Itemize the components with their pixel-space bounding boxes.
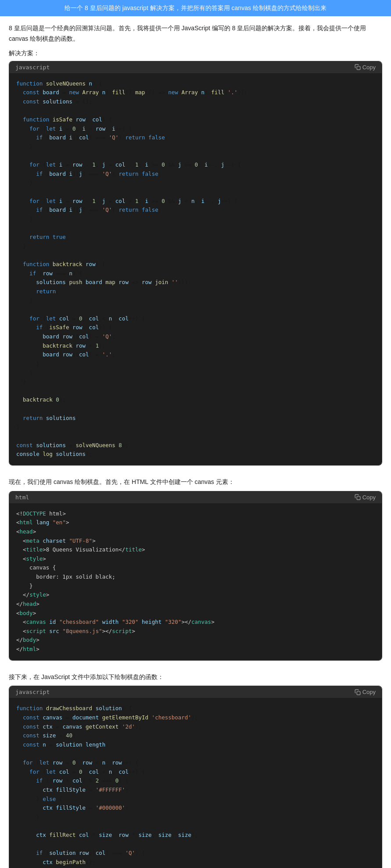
- svg-rect-1: [357, 496, 360, 500]
- code-lang-2: html: [15, 494, 29, 501]
- code-header-2: html Copy: [9, 491, 382, 503]
- code-body-1: function solveNQueens(n) { const board =…: [9, 73, 382, 465]
- solution-label: 解决方案：: [0, 48, 391, 61]
- code-header-3: javascript Copy: [9, 686, 382, 698]
- code-block-1: javascript Copy function solveNQueens(n)…: [9, 61, 382, 466]
- copy-icon-3: [355, 689, 361, 695]
- code-lang-3: javascript: [15, 689, 50, 695]
- svg-rect-0: [357, 66, 360, 70]
- code-block-3: javascript Copy function drawChessboard(…: [9, 686, 382, 868]
- code-header-1: javascript Copy: [9, 61, 382, 73]
- inter-text-1: 现在，我们使用 canvas 绘制棋盘。首先，在 HTML 文件中创建一个 ca…: [0, 473, 391, 491]
- prompt-bar: 给一个 8 皇后问题的 javascript 解决方案，并把所有的答案用 can…: [0, 0, 391, 16]
- copy-button-3[interactable]: Copy: [355, 689, 376, 695]
- intro-text: 8 皇后问题是一个经典的回溯算法问题。首先，我将提供一个用 JavaScript…: [0, 16, 391, 48]
- code-body-3: function drawChessboard(solution) { cons…: [9, 698, 382, 868]
- code-block-2: html Copy <!DOCTYPE html> <html lang="en…: [9, 491, 382, 661]
- svg-rect-2: [357, 691, 360, 695]
- code-lang-1: javascript: [15, 64, 50, 71]
- copy-icon-1: [355, 64, 361, 70]
- copy-button-2[interactable]: Copy: [355, 494, 376, 501]
- inter-text-2: 接下来，在 JavaScript 文件中添加以下绘制棋盘的函数：: [0, 668, 391, 686]
- copy-button-1[interactable]: Copy: [355, 64, 376, 71]
- prompt-text: 给一个 8 皇后问题的 javascript 解决方案，并把所有的答案用 can…: [65, 4, 326, 11]
- copy-icon-2: [355, 494, 361, 500]
- code-body-2: <!DOCTYPE html> <html lang="en"> <head> …: [9, 503, 382, 660]
